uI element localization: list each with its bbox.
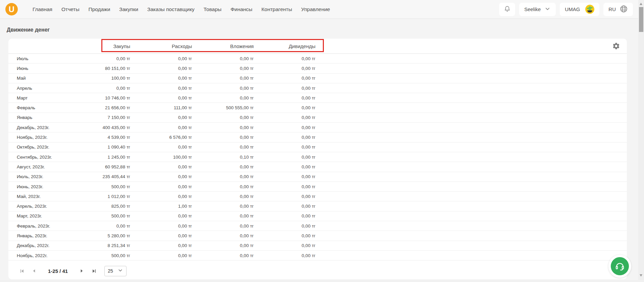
value-cell-expenses: 0,00 тг	[130, 174, 192, 179]
table-row[interactable]: Июль 0,00 тг 0,00 тг 0,00 тг 0,00 тг	[8, 54, 627, 64]
value-cell-dividends: 0,00 тг	[254, 66, 315, 71]
table-row[interactable]: Июнь, 2023г. 500,00 тг 0,00 тг 0,00 тг 0…	[8, 182, 627, 192]
nav-item-4[interactable]: Заказы поставщику	[147, 6, 195, 12]
value-cell-expenses: 0,00 тг	[130, 194, 192, 199]
table-row[interactable]: Январь 7 150,00 тг 0,00 тг 0,00 тг 0,00 …	[8, 113, 627, 123]
nav-item-1[interactable]: Отчеты	[61, 6, 80, 12]
page-size-select[interactable]: 25	[104, 266, 127, 276]
last-page-button[interactable]	[91, 268, 97, 274]
value-cell-expenses: 6 576,00 тг	[130, 135, 192, 140]
value-cell-dividends: 0,00 тг	[254, 105, 315, 110]
table-row[interactable]: Апрель 0,00 тг 0,00 тг 0,00 тг 0,00 тг	[8, 83, 627, 93]
value-cell-expenses: 1,00 тг	[130, 204, 192, 209]
vertical-scrollbar[interactable]	[638, 0, 644, 280]
page-title: Движение денег	[7, 27, 50, 33]
value-cell-purchases: 500,00 тг	[68, 184, 130, 189]
value-cell-investments: 0,00 тг	[192, 184, 254, 189]
scroll-up-arrow-icon[interactable]	[640, 3, 642, 5]
table-row[interactable]: Октябрь, 2023г. 1 090,40 тг 0,00 тг 0,00…	[8, 143, 627, 152]
scroll-down-arrow-icon[interactable]	[640, 274, 642, 277]
month-cell: Декабрь, 2022г.	[8, 243, 68, 248]
previous-page-button[interactable]	[31, 268, 38, 274]
support-chat-button[interactable]	[608, 255, 631, 278]
pagination-range-label: 1-25 / 41	[48, 268, 68, 274]
value-cell-purchases: 400 435,00 тг	[68, 125, 130, 130]
chevron-down-icon	[117, 268, 123, 274]
month-cell: Май, 2023г.	[8, 194, 68, 199]
nav-item-5[interactable]: Товары	[204, 6, 221, 12]
notifications-button[interactable]	[499, 3, 515, 16]
first-page-button[interactable]	[18, 268, 25, 274]
umag-logo[interactable]: U	[5, 3, 18, 15]
table-row[interactable]: Январь, 2023г. 5 280,00 тг 0,00 тг 0,00 …	[8, 231, 627, 241]
value-cell-expenses: 0,00 тг	[130, 224, 192, 229]
value-cell-investments: 0,00 тг	[192, 56, 254, 61]
table-row[interactable]: Март, 2023г. 500,00 тг 0,00 тг 0,00 тг 0…	[8, 211, 627, 221]
nav-item-6[interactable]: Финансы	[231, 6, 252, 12]
table-row[interactable]: Июль, 2023г. 235 405,44 тг 0,00 тг 0,00 …	[8, 172, 627, 182]
value-cell-dividends: 0,00 тг	[254, 204, 315, 209]
value-cell-purchases: 100,00 тг	[68, 76, 130, 81]
table-row[interactable]: Май 100,00 тг 0,00 тг 0,00 тг 0,00 тг	[8, 74, 627, 83]
month-cell: Апрель	[8, 86, 68, 91]
month-cell: Май	[8, 76, 68, 81]
value-cell-investments: 0,00 тг	[192, 66, 254, 71]
value-cell-purchases: 500,00 тг	[68, 253, 130, 258]
vertical-scrollbar-thumb[interactable]	[639, 7, 643, 32]
table-row[interactable]: Июнь 80 151,00 тг 0,00 тг 0,00 тг 0,00 т…	[8, 64, 627, 73]
value-cell-dividends: 0,00 тг	[254, 184, 315, 189]
value-cell-dividends: 0,00 тг	[254, 243, 315, 248]
nav-item-3[interactable]: Закупки	[119, 6, 138, 12]
value-cell-purchases: 21 656,00 тг	[68, 105, 130, 110]
language-selector[interactable]: RU	[603, 3, 633, 16]
value-cell-dividends: 0,00 тг	[254, 194, 315, 199]
table-row[interactable]: Август, 2023г. 60 952,88 тг 0,00 тг 0,00…	[8, 162, 627, 172]
value-cell-investments: 0,00 тг	[192, 224, 254, 229]
value-cell-expenses: 0,00 тг	[130, 184, 192, 189]
horizontal-scrollbar[interactable]	[0, 280, 644, 282]
table-row[interactable]: Ноябрь, 2022г. 500,00 тг 0,00 тг 0,00 тг…	[8, 251, 627, 260]
pagination: 1-25 / 41 25	[18, 265, 127, 277]
value-cell-purchases: 60 952,88 тг	[68, 164, 130, 169]
month-cell: Июнь, 2023г.	[8, 184, 68, 189]
value-cell-dividends: 0,00 тг	[254, 76, 315, 81]
nav-item-0[interactable]: Главная	[33, 6, 52, 12]
avatar	[585, 5, 594, 14]
table-row[interactable]: Февраль, 2023г. 0,00 тг 0,00 тг 0,00 тг …	[8, 221, 627, 231]
next-page-button[interactable]	[78, 268, 85, 274]
value-cell-expenses: 0,00 тг	[130, 145, 192, 150]
table-row[interactable]: Ноябрь, 2023г. 4 539,00 тг 6 576,00 тг 0…	[8, 132, 627, 142]
nav-item-8[interactable]: Управление	[301, 6, 330, 12]
value-cell-purchases: 80 151,00 тг	[68, 66, 130, 71]
value-cell-expenses: 0,00 тг	[130, 125, 192, 130]
top-right-controls: Seelike UMAG RU	[499, 3, 633, 16]
value-cell-investments: 0,00 тг	[192, 213, 254, 218]
table-row[interactable]: Декабрь, 2022г. 8 251,34 тг 0,00 тг 0,00…	[8, 241, 627, 251]
gear-icon	[612, 45, 620, 51]
nav-item-2[interactable]: Продажи	[89, 6, 110, 12]
value-cell-purchases: 1 012,00 тг	[68, 194, 130, 199]
value-cell-purchases: 0,00 тг	[68, 56, 130, 61]
store-selector[interactable]: Seelike	[519, 3, 556, 16]
value-cell-dividends: 0,00 тг	[254, 253, 315, 258]
table-settings-button[interactable]	[612, 42, 620, 50]
table-row[interactable]: Май, 2023г. 1 012,00 тг 0,00 тг 0,00 тг …	[8, 192, 627, 201]
value-cell-dividends: 0,00 тг	[254, 224, 315, 229]
value-cell-investments: 0,00 тг	[192, 194, 254, 199]
table-row[interactable]: Февраль 21 656,00 тг 111,00 тг 500 555,0…	[8, 103, 627, 113]
value-cell-investments: 500 555,00 тг	[192, 105, 254, 110]
value-cell-dividends: 0,00 тг	[254, 86, 315, 91]
cash-flow-table-card: ЗакупыРасходыВложенияДивиденды Июль 0,00…	[8, 39, 627, 279]
value-cell-purchases: 1 245,00 тг	[68, 155, 130, 160]
value-cell-investments: 0,10 тг	[192, 155, 254, 160]
account-menu[interactable]: UMAG	[560, 3, 599, 16]
table-row[interactable]: Апрель, 2023г. 825,00 тг 1,00 тг 0,00 тг…	[8, 201, 627, 211]
value-cell-dividends: 0,00 тг	[254, 115, 315, 120]
account-label: UMAG	[565, 6, 580, 12]
nav-item-7[interactable]: Контрагенты	[261, 6, 292, 12]
table-row[interactable]: Март 10 746,00 тг 0,00 тг 0,00 тг 0,00 т…	[8, 93, 627, 103]
table-row[interactable]: Сентябрь, 2023г. 1 245,00 тг 100,00 тг 0…	[8, 152, 627, 162]
value-cell-expenses: 0,00 тг	[130, 76, 192, 81]
table-row[interactable]: Декабрь, 2023г. 400 435,00 тг 0,00 тг 0,…	[8, 123, 627, 132]
language-label: RU	[608, 6, 616, 12]
